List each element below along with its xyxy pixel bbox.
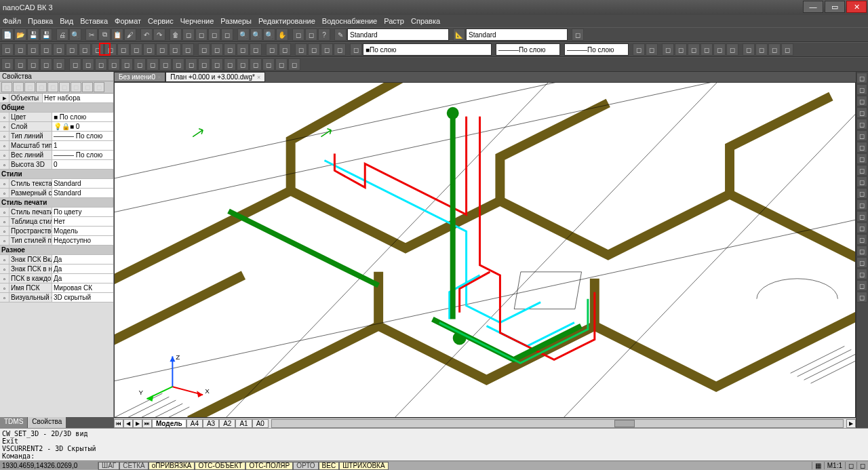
tab-document[interactable]: План +0.000 и +3.000.dwg*× bbox=[165, 72, 265, 82]
tool-icon[interactable]: ◻ bbox=[182, 28, 195, 41]
prop-tool-icon[interactable]: ◻ bbox=[36, 82, 47, 92]
preview-icon[interactable]: 🔍 bbox=[69, 28, 81, 41]
menu-modify[interactable]: Редактирование bbox=[258, 17, 315, 25]
menu-file[interactable]: Файл bbox=[3, 17, 21, 25]
tab-nav-prev-icon[interactable]: ◀ bbox=[123, 419, 133, 428]
property-value[interactable]: 1 bbox=[52, 141, 113, 150]
zoom-window-icon[interactable]: 🔍 bbox=[237, 28, 250, 41]
tool-icon[interactable]: ◻ bbox=[14, 58, 26, 71]
status-icon[interactable]: ◻ bbox=[856, 462, 868, 469]
property-group-header[interactable]: Стили bbox=[0, 170, 113, 178]
drawing-canvas[interactable]: Z X Y bbox=[114, 82, 856, 418]
properties-tab-props[interactable]: Свойства bbox=[28, 417, 66, 428]
tool-icon[interactable]: ◻ bbox=[675, 43, 687, 56]
erase-icon[interactable]: 🗑 bbox=[170, 28, 182, 41]
scale-display[interactable]: M1:1 bbox=[824, 462, 845, 469]
vtool-icon[interactable]: ◻ bbox=[856, 165, 867, 176]
property-value[interactable]: Мировая СК bbox=[52, 283, 113, 292]
status-toggle-шаг[interactable]: ШАГ bbox=[98, 462, 119, 470]
properties-tab-tdms[interactable]: TDMS bbox=[0, 417, 28, 428]
pan-icon[interactable]: ✋ bbox=[276, 28, 288, 41]
tool-icon[interactable]: ◻ bbox=[572, 28, 584, 41]
tool-icon[interactable]: ◻ bbox=[305, 28, 317, 41]
tool-icon[interactable]: ◻ bbox=[79, 43, 91, 56]
tool-icon[interactable]: ◻ bbox=[266, 43, 278, 56]
linetype-dropdown[interactable]: ——— По слою bbox=[496, 43, 560, 56]
tool-icon[interactable]: ◻ bbox=[208, 28, 220, 41]
dim-style-icon[interactable]: 📐 bbox=[453, 28, 465, 41]
tool-icon[interactable]: ◻ bbox=[743, 43, 755, 56]
tool-icon[interactable]: ◻ bbox=[104, 43, 117, 56]
vtool-icon[interactable]: ◻ bbox=[856, 246, 867, 256]
tool-icon[interactable]: ◻ bbox=[224, 58, 236, 71]
tool-icon[interactable]: ◻ bbox=[27, 58, 39, 71]
tool-icon[interactable]: ◻ bbox=[237, 58, 249, 71]
tool-icon[interactable]: ◻ bbox=[53, 43, 65, 56]
prop-tool-icon[interactable]: ◻ bbox=[24, 82, 35, 92]
tool-icon[interactable]: ◻ bbox=[185, 58, 197, 71]
property-value[interactable]: Да bbox=[52, 274, 113, 283]
tool-icon[interactable]: ◻ bbox=[95, 58, 107, 71]
undo-icon[interactable]: ↶ bbox=[140, 28, 153, 41]
help-icon[interactable]: ? bbox=[318, 28, 330, 41]
vtool-icon[interactable]: ◻ bbox=[856, 119, 867, 130]
match-icon[interactable]: 🖌 bbox=[124, 28, 136, 41]
vtool-icon[interactable]: ◻ bbox=[856, 257, 867, 268]
tool-icon[interactable]: ◻ bbox=[117, 43, 130, 56]
tool-icon[interactable]: ◻ bbox=[66, 43, 78, 56]
layout-tab[interactable]: A4 bbox=[186, 419, 203, 428]
tool-icon[interactable]: ◻ bbox=[726, 43, 738, 56]
scroll-right-icon[interactable]: ▶ bbox=[846, 419, 856, 428]
tool-icon[interactable]: ◻ bbox=[198, 43, 210, 56]
save-icon[interactable]: 💾 bbox=[27, 28, 39, 41]
tool-icon[interactable]: ◻ bbox=[211, 58, 223, 71]
tool-icon[interactable]: ◻ bbox=[688, 43, 700, 56]
tool-icon[interactable]: ◻ bbox=[262, 58, 275, 71]
menu-view[interactable]: Вид bbox=[60, 17, 73, 25]
tool-icon[interactable]: ◻ bbox=[108, 58, 120, 71]
property-value[interactable]: ——— По слою bbox=[52, 132, 113, 140]
tab-close-icon[interactable]: × bbox=[157, 74, 161, 81]
property-value[interactable]: 3D скрытый bbox=[52, 293, 113, 302]
layout-tab[interactable]: A0 bbox=[252, 419, 269, 428]
horizontal-scrollbar[interactable] bbox=[271, 419, 844, 428]
vtool-icon[interactable]: ◻ bbox=[856, 176, 867, 187]
prop-tool-icon[interactable]: ◻ bbox=[94, 82, 104, 92]
tool-icon[interactable]: ◻ bbox=[169, 43, 181, 56]
property-value[interactable]: Модель bbox=[52, 227, 113, 235]
menu-raster[interactable]: Растр bbox=[384, 17, 404, 25]
tool-icon[interactable]: ◻ bbox=[40, 58, 52, 71]
property-value[interactable]: Standard bbox=[52, 189, 113, 197]
tool-icon[interactable]: ◻ bbox=[221, 28, 233, 41]
tool-icon[interactable]: ◻ bbox=[172, 58, 184, 71]
tool-icon[interactable]: ◻ bbox=[292, 28, 304, 41]
property-value[interactable]: ■ По слою bbox=[52, 113, 113, 121]
tool-icon[interactable]: ◻ bbox=[701, 43, 713, 56]
tool-icon[interactable]: ◻ bbox=[53, 58, 65, 71]
vtool-icon[interactable]: ◻ bbox=[856, 96, 867, 106]
vtool-icon[interactable]: ◻ bbox=[856, 269, 867, 279]
color-dropdown[interactable]: ■ По слою bbox=[363, 43, 492, 56]
layout-tab-model[interactable]: Модель bbox=[152, 419, 186, 428]
tool-icon[interactable]: ◻ bbox=[121, 58, 133, 71]
status-toggle-отс-поляр[interactable]: ОТС-ПОЛЯР bbox=[245, 462, 293, 470]
tab-close-icon[interactable]: × bbox=[257, 74, 260, 81]
vtool-icon[interactable]: ◻ bbox=[856, 84, 867, 95]
status-toggle-отс-объект[interactable]: ОТС-ОБЪЕКТ bbox=[195, 462, 245, 470]
status-toggle-штриховка[interactable]: ШТРИХОВКА bbox=[339, 462, 388, 470]
vtool-icon[interactable]: ◻ bbox=[856, 292, 867, 302]
tool-icon[interactable]: ◻ bbox=[321, 43, 333, 56]
dim-style-dropdown[interactable]: Standard bbox=[466, 28, 568, 41]
property-value[interactable]: По цвету bbox=[52, 208, 113, 216]
tool-icon[interactable]: ◻ bbox=[27, 43, 39, 56]
tool-icon[interactable]: ◻ bbox=[662, 43, 674, 56]
tool-icon[interactable]: ◻ bbox=[308, 43, 320, 56]
tool-icon[interactable]: ◻ bbox=[250, 43, 262, 56]
layout-tab[interactable]: A1 bbox=[235, 419, 252, 428]
zoom-prev-icon[interactable]: 🔍 bbox=[263, 28, 275, 41]
close-button[interactable]: ✕ bbox=[846, 1, 867, 13]
property-value[interactable]: ——— По слою bbox=[52, 151, 113, 159]
prop-tool-icon[interactable]: ◻ bbox=[71, 82, 81, 92]
cut-icon[interactable]: ✂ bbox=[85, 28, 98, 41]
minimize-button[interactable]: — bbox=[803, 1, 823, 13]
